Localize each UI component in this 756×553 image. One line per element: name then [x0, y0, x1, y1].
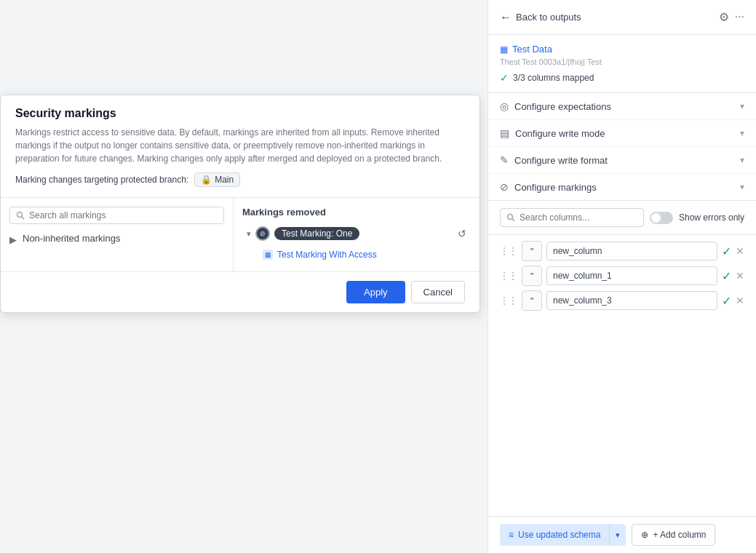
use-updated-schema-button[interactable]: ≡ Use updated schema — [500, 524, 609, 546]
marking-tag: Test Marking: One — [274, 227, 359, 240]
column-type-icon-2: " — [522, 290, 542, 311]
add-column-button[interactable]: ⊕ + Add column — [632, 524, 715, 546]
toggle-knob — [651, 213, 661, 223]
columns-mapped-label: 3/3 columns mapped — [513, 73, 594, 83]
apply-button[interactable]: Apply — [346, 281, 405, 303]
column-type-icon-0: " — [522, 241, 542, 261]
configure-expectations-item[interactable]: ◎ Configure expectations ▾ — [488, 93, 756, 120]
write-mode-icon: ▤ — [500, 127, 509, 139]
test-data-label: ▦ Test Data — [500, 44, 744, 55]
markings-removed-title: Markings removed — [242, 207, 471, 218]
configure-write-format-left: ✎ Configure write format — [500, 154, 608, 166]
column-remove-btn-1[interactable]: ✕ — [736, 270, 744, 282]
search-markings-box[interactable] — [9, 207, 224, 224]
drag-handle-icon[interactable]: ⋮⋮ — [500, 246, 517, 256]
cancel-button[interactable]: Cancel — [411, 281, 465, 303]
column-input-1[interactable] — [546, 266, 717, 285]
configure-expectations-label: Configure expectations — [514, 101, 611, 112]
write-format-chevron-icon: ▾ — [740, 155, 744, 165]
modal-body: ▶ Non-inherited markings Markings remove… — [1, 198, 480, 271]
use-updated-schema-label: Use updated schema — [518, 530, 600, 540]
more-options-icon[interactable]: ··· — [735, 10, 744, 24]
configure-write-format-label: Configure write format — [514, 155, 608, 166]
back-to-outputs-button[interactable]: ← Back to outputs — [500, 11, 713, 24]
expectations-icon: ◎ — [500, 100, 509, 112]
modal-header: Security markings Markings restrict acce… — [1, 95, 480, 198]
column-check-icon-2: ✓ — [722, 294, 731, 308]
search-markings-input[interactable] — [29, 210, 218, 220]
schema-dropdown-chevron: ▾ — [616, 530, 620, 539]
schema-dropdown-button[interactable]: ▾ — [609, 524, 626, 546]
right-sidebar: ← Back to outputs ⚙ ··· ▦ Test Data Thes… — [488, 0, 756, 553]
back-label: Back to outputs — [516, 12, 581, 23]
dataset-subtitle: Thest Test 0003a1/|fhoj| Test — [500, 57, 744, 66]
markings-chevron-icon: ▾ — [740, 182, 744, 192]
column-type-icon-1: " — [522, 266, 542, 286]
restore-button[interactable]: ↺ — [458, 228, 466, 239]
columns-mapped: ✓ 3/3 columns mapped — [500, 72, 744, 84]
search-columns-input[interactable] — [520, 212, 637, 223]
configure-write-mode-left: ▤ Configure write mode — [500, 127, 605, 139]
configure-write-format-item[interactable]: ✎ Configure write format ▾ — [488, 147, 756, 174]
write-format-icon: ✎ — [500, 154, 509, 166]
column-row-2: ⋮⋮ " ✓ ✕ — [500, 290, 744, 311]
tree-item-label: Non-inherited markings — [23, 233, 120, 244]
expectations-chevron-icon: ▾ — [740, 101, 744, 111]
marking-group: ▾ ⊘ Test Marking: One ↺ ▦ Test Marking W… — [242, 223, 471, 263]
sidebar-header-icons: ⚙ ··· — [719, 10, 744, 24]
svg-line-3 — [22, 217, 24, 219]
show-errors-toggle[interactable] — [650, 212, 673, 224]
configure-markings-item[interactable]: ⊘ Configure markings ▾ — [488, 174, 756, 200]
svg-line-5 — [512, 219, 514, 221]
branch-row: Marking changes targeting protected bran… — [15, 172, 465, 190]
security-markings-modal: Security markings Markings restrict acce… — [0, 95, 480, 313]
back-arrow-icon: ← — [500, 11, 512, 24]
branch-badge: 🔒 Main — [194, 172, 240, 187]
column-remove-btn-2[interactable]: ✕ — [736, 295, 744, 306]
lock-icon: 🔒 — [201, 175, 212, 185]
search-icon — [16, 211, 25, 220]
marking-child-label: Test Marking With Access — [277, 250, 377, 260]
column-remove-btn-0[interactable]: ✕ — [736, 245, 744, 257]
chevron-right-icon: ▶ — [9, 234, 18, 243]
search-columns-icon — [506, 213, 515, 222]
marking-tag-label: Test Marking: One — [282, 228, 352, 239]
settings-gear-icon[interactable]: ⚙ — [719, 10, 729, 24]
add-column-label: + Add column — [653, 530, 706, 540]
dataset-name: Test Data — [512, 44, 552, 55]
non-inherited-markings-item[interactable]: ▶ Non-inherited markings — [9, 230, 224, 247]
columns-list: ⋮⋮ " ✓ ✕ ⋮⋮ " ✓ ✕ ⋮⋮ " ✓ ✕ — [488, 235, 756, 516]
configure-markings-left: ⊘ Configure markings — [500, 181, 597, 193]
configure-write-mode-item[interactable]: ▤ Configure write mode ▾ — [488, 120, 756, 147]
drag-handle-icon-1[interactable]: ⋮⋮ — [500, 271, 517, 281]
left-panel: ▶ Non-inherited markings — [1, 198, 234, 271]
string-type-icon-1: " — [530, 271, 533, 280]
column-row-1: ⋮⋮ " ✓ ✕ — [500, 266, 744, 286]
marking-child-icon: ▦ — [263, 250, 273, 260]
show-errors-label: Show errors only — [679, 212, 744, 223]
dataset-icon: ▦ — [500, 44, 508, 55]
action-bar: ≡ Use updated schema ▾ ⊕ + Add column — [488, 516, 756, 553]
column-check-icon-0: ✓ — [722, 244, 731, 258]
right-panel: Markings removed ▾ ⊘ Test Marking: One ↺… — [234, 198, 480, 271]
branch-name: Main — [215, 175, 234, 185]
sidebar-header: ← Back to outputs ⚙ ··· — [488, 0, 756, 35]
search-toggle-row: Show errors only — [488, 201, 756, 235]
marking-group-header: ▾ ⊘ Test Marking: One ↺ — [242, 223, 471, 244]
use-updated-schema-group: ≡ Use updated schema ▾ — [500, 524, 626, 546]
marking-child-item[interactable]: ▦ Test Marking With Access — [242, 247, 471, 263]
configure-write-mode-label: Configure write mode — [515, 128, 605, 139]
check-icon: ✓ — [500, 72, 509, 84]
write-mode-chevron-icon: ▾ — [740, 128, 744, 138]
column-input-0[interactable] — [546, 242, 717, 260]
string-type-icon: " — [530, 247, 533, 255]
column-row-0: ⋮⋮ " ✓ ✕ — [500, 241, 744, 261]
chevron-down-icon: ▾ — [247, 229, 251, 239]
svg-point-2 — [17, 212, 23, 218]
search-columns-box[interactable] — [500, 208, 644, 227]
modal-description: Markings restrict access to sensitive da… — [15, 126, 465, 165]
column-input-2[interactable] — [546, 291, 717, 310]
configure-expectations-left: ◎ Configure expectations — [500, 100, 611, 112]
dataset-section: ▦ Test Data Thest Test 0003a1/|fhoj| Tes… — [488, 35, 756, 93]
drag-handle-icon-2[interactable]: ⋮⋮ — [500, 295, 517, 306]
